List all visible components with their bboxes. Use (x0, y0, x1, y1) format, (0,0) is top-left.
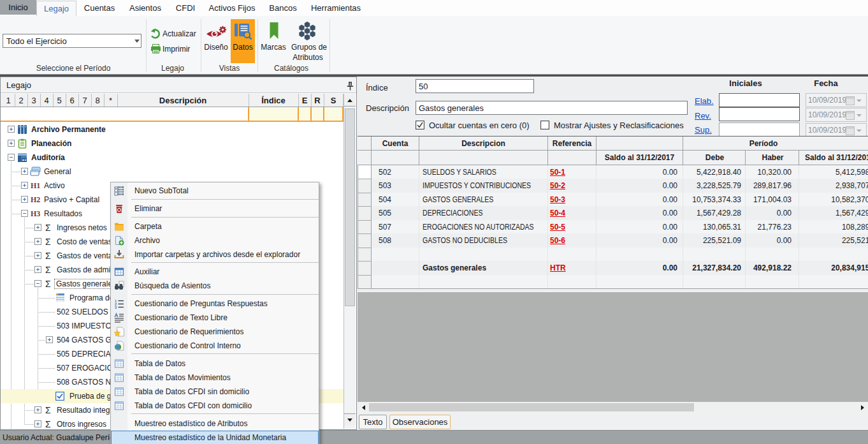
svg-text:3: 3 (115, 306, 117, 309)
